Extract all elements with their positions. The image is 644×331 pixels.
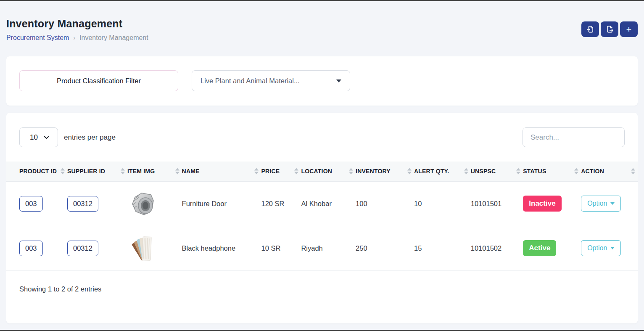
product-classification-filter-button[interactable]: Product Classification Filter: [19, 70, 178, 91]
column-header-unspsc[interactable]: UNSPSC: [471, 162, 523, 181]
status-badge: Active: [523, 240, 556, 256]
cell-name: Furniture Door: [182, 181, 261, 226]
column-header-product-id[interactable]: Product ID: [6, 162, 67, 181]
cell-supplier-id: 00312: [67, 181, 127, 226]
caret-down-icon: [610, 202, 615, 205]
page-header: Inventory Management Procurement System …: [6, 18, 638, 42]
option-dropdown-button[interactable]: Option: [581, 196, 621, 212]
sort-icon: [631, 168, 635, 175]
page-size-select[interactable]: 10: [19, 127, 58, 147]
header-actions: +: [581, 21, 638, 37]
cell-price: 120 SR: [261, 181, 301, 226]
caret-down-icon: [336, 79, 341, 82]
inventory-management-page: Inventory Management Procurement System …: [0, 18, 644, 323]
sort-icon: [516, 168, 520, 175]
cell-location: Al Khobar: [301, 181, 356, 226]
cell-unspsc: 10101502: [471, 226, 523, 270]
sort-icon: [407, 168, 412, 175]
import-file-button[interactable]: [581, 21, 599, 37]
column-header-price[interactable]: Price: [261, 162, 301, 181]
sort-icon: [121, 168, 125, 175]
breadcrumb-separator-icon: ›: [73, 34, 75, 41]
cell-action: Option: [581, 181, 638, 226]
column-header-name[interactable]: Name: [182, 162, 261, 181]
option-dropdown-button[interactable]: Option: [581, 240, 621, 256]
page-size-value: 10: [30, 133, 38, 142]
cell-item-img: [127, 226, 182, 270]
search-input[interactable]: [523, 127, 625, 147]
classification-select[interactable]: Live Plant and Animal Material...: [192, 70, 350, 91]
window-top-edge: [0, 0, 644, 1]
classification-select-value: Live Plant and Animal Material...: [201, 77, 300, 85]
sort-icon: [349, 168, 353, 175]
plus-icon: +: [626, 25, 632, 34]
column-header-item-img[interactable]: Item IMG: [127, 162, 182, 181]
cell-status: Active: [523, 226, 581, 270]
cell-supplier-id: 00312: [67, 226, 127, 270]
table-header-row: Product ID Supplier ID Item IMG Name Pri…: [6, 162, 638, 181]
file-import-icon: [586, 25, 594, 33]
table-summary: Showing 1 to 2 of 2 entries: [6, 271, 638, 307]
table-row: 003 00312 Black headphone 10 S: [6, 226, 638, 270]
inventory-table: Product ID Supplier ID Item IMG Name Pri…: [6, 162, 638, 271]
page-title: Inventory Management: [6, 18, 148, 30]
sort-icon: [175, 168, 179, 175]
export-file-button[interactable]: [601, 21, 618, 37]
breadcrumb-link-procurement-system[interactable]: Procurement System: [6, 34, 69, 42]
inventory-table-card: 10 entries per page Product ID Supplier …: [6, 113, 638, 323]
product-id-chip[interactable]: 003: [19, 241, 43, 256]
chevron-down-icon: [44, 134, 49, 139]
cell-status: Inactive: [523, 181, 581, 226]
sort-icon: [574, 168, 578, 175]
cell-action: Option: [581, 226, 638, 270]
table-controls: 10 entries per page: [6, 127, 638, 147]
product-id-chip[interactable]: 003: [19, 196, 43, 212]
cell-location: Riyadh: [301, 226, 356, 270]
column-header-supplier-id[interactable]: Supplier ID: [67, 162, 127, 181]
column-header-location[interactable]: Location: [301, 162, 356, 181]
cell-product-id: 003: [6, 226, 67, 270]
cell-inventory: 100: [356, 181, 414, 226]
cell-item-img: [127, 181, 182, 226]
cell-unspsc: 10101501: [471, 181, 523, 226]
material-samples-product-image: [127, 233, 158, 264]
breadcrumb: Procurement System › Inventory Managemen…: [6, 34, 148, 42]
column-header-alert-qty[interactable]: Alert Qty.: [414, 162, 471, 181]
cell-inventory: 250: [356, 226, 414, 270]
sort-icon: [294, 168, 298, 175]
sort-icon: [464, 168, 468, 175]
page-header-left: Inventory Management Procurement System …: [6, 18, 148, 42]
cell-price: 10 SR: [261, 226, 301, 270]
cell-name: Black headphone: [182, 226, 261, 270]
sort-icon: [254, 168, 259, 175]
table-row: 003 00312: [6, 181, 638, 226]
entries-per-page-label: entries per page: [64, 133, 116, 142]
supplier-id-chip[interactable]: 00312: [67, 241, 98, 256]
cell-alert-qty: 15: [414, 226, 471, 270]
supplier-id-chip[interactable]: 00312: [67, 196, 98, 212]
status-badge: Inactive: [523, 196, 561, 212]
caret-down-icon: [610, 247, 615, 249]
sort-icon: [61, 168, 65, 175]
add-item-button[interactable]: +: [620, 21, 638, 37]
breadcrumb-current: Inventory Management: [79, 34, 148, 42]
file-export-icon: [606, 25, 614, 33]
column-header-status[interactable]: Status: [523, 162, 581, 181]
column-header-action[interactable]: Action: [581, 162, 638, 181]
page-size-control: 10 entries per page: [19, 127, 116, 147]
cell-alert-qty: 10: [414, 181, 471, 226]
filter-card: Product Classification Filter Live Plant…: [6, 56, 638, 106]
pipe-fitting-product-image: [127, 188, 158, 219]
cell-product-id: 003: [6, 181, 67, 226]
column-header-inventory[interactable]: Inventory: [356, 162, 414, 181]
